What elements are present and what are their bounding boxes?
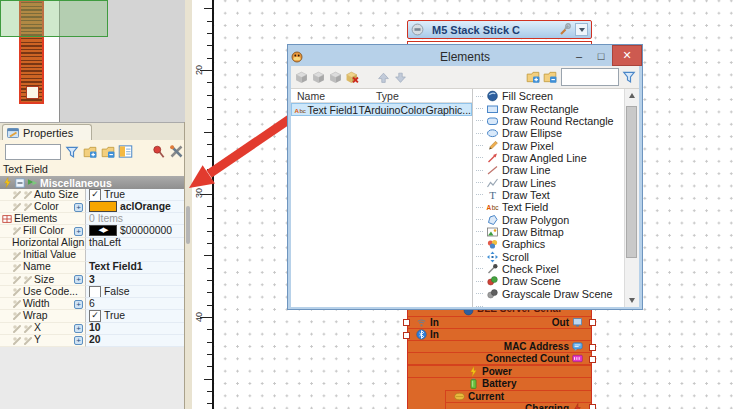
property-value-cell[interactable]: 3 bbox=[85, 274, 184, 286]
tools-icon[interactable] bbox=[169, 144, 184, 159]
palette-item-draw-pixel[interactable]: Draw Pixel bbox=[473, 139, 624, 151]
property-value-cell[interactable]: 20 bbox=[85, 335, 184, 347]
list-row-selected[interactable]: Text Field1 TArduinoColorGraphic... bbox=[291, 103, 472, 116]
palette-tree[interactable]: Fill ScreenDraw RectangleDraw Round Rect… bbox=[473, 89, 624, 307]
property-row[interactable]: Color+aclOrange bbox=[0, 201, 184, 213]
category-header-miscellaneous[interactable]: Miscellaneous bbox=[0, 176, 184, 189]
pin-icon[interactable] bbox=[151, 144, 166, 159]
edit-element-icon[interactable] bbox=[328, 70, 343, 85]
checkbox-icon[interactable] bbox=[89, 286, 101, 298]
row-current[interactable]: Current bbox=[446, 391, 591, 402]
row-in-bluetooth[interactable]: In bbox=[408, 329, 591, 340]
delete-element-icon[interactable] bbox=[345, 70, 360, 85]
palette-item-fill-screen[interactable]: Fill Screen bbox=[473, 90, 624, 102]
tab-properties[interactable]: Properties bbox=[2, 124, 92, 141]
output-pin[interactable] bbox=[589, 404, 596, 409]
palette-item-grayscale-draw-scene[interactable]: Grayscale Draw Scene bbox=[473, 288, 624, 300]
add-element-icon[interactable] bbox=[294, 70, 309, 85]
alpha-color-swatch[interactable]: ◀▶ bbox=[89, 225, 117, 236]
palette-item-draw-lines[interactable]: Draw Lines bbox=[473, 176, 624, 188]
properties-filter-input[interactable] bbox=[5, 144, 61, 160]
property-value-cell[interactable]: ✓True bbox=[85, 189, 184, 201]
property-row[interactable]: Fill Color+◀▶$00000000 bbox=[0, 225, 184, 237]
palette-item-draw-rectangle[interactable]: Draw Rectangle bbox=[473, 102, 624, 114]
board-preview-area[interactable] bbox=[0, 0, 186, 122]
elements-dialog[interactable]: Elements – □ ✕ Name Ty bbox=[287, 44, 643, 310]
property-row[interactable]: Y+20 bbox=[0, 335, 184, 347]
move-down-icon[interactable] bbox=[393, 70, 408, 85]
duplicate-element-icon[interactable] bbox=[311, 70, 326, 85]
palette-item-scroll[interactable]: Scroll bbox=[473, 250, 624, 262]
property-row[interactable]: NameText Field1 bbox=[0, 262, 184, 274]
expand-plus-icon[interactable]: + bbox=[74, 300, 83, 309]
component-dropdown-button[interactable] bbox=[575, 23, 588, 36]
palette-item-draw-angled-line[interactable]: Draw Angled Line bbox=[473, 152, 624, 164]
expand-plus-icon[interactable]: + bbox=[74, 336, 83, 345]
filter-funnel-icon[interactable] bbox=[64, 144, 79, 159]
property-row[interactable]: Size+3 bbox=[0, 274, 184, 286]
expand-plus-icon[interactable]: + bbox=[74, 203, 83, 212]
arrange-panel-icon[interactable] bbox=[118, 144, 133, 159]
expand-plus-icon[interactable]: + bbox=[74, 324, 83, 333]
color-swatch[interactable] bbox=[89, 201, 117, 212]
expand-all-icon[interactable] bbox=[82, 144, 97, 159]
property-row[interactable]: Use Code...False bbox=[0, 286, 184, 298]
palette-item-draw-polygon[interactable]: Draw Polygon bbox=[473, 213, 624, 225]
row-battery[interactable]: Battery bbox=[408, 378, 591, 390]
output-pin[interactable] bbox=[589, 356, 596, 363]
expand-plus-icon[interactable]: + bbox=[74, 227, 83, 236]
row-charging[interactable]: Charging bbox=[446, 403, 591, 409]
row-power[interactable]: Power bbox=[408, 366, 591, 378]
scroll-up-button[interactable] bbox=[625, 89, 639, 102]
expand-plus-icon[interactable]: + bbox=[74, 275, 83, 284]
checkbox-icon[interactable]: ✓ bbox=[89, 310, 101, 322]
scrollbar-thumb[interactable] bbox=[626, 106, 637, 258]
component-header-m5-stack-stick-c[interactable]: M5 Stack Stick C bbox=[407, 20, 592, 39]
property-value-cell[interactable]: thaLeft bbox=[85, 238, 184, 250]
maximize-button[interactable]: □ bbox=[590, 45, 612, 66]
property-value-cell[interactable]: 0 Items bbox=[85, 213, 184, 225]
property-row[interactable]: Auto Size✓True bbox=[0, 189, 184, 201]
property-value-cell[interactable]: ◀▶$00000000 bbox=[85, 225, 184, 237]
column-type[interactable]: Type bbox=[376, 90, 399, 102]
minimize-button[interactable]: – bbox=[568, 45, 590, 66]
property-row[interactable]: Elements0 Items bbox=[0, 213, 184, 225]
collapse-all-icon[interactable] bbox=[100, 144, 115, 159]
input-pin[interactable] bbox=[403, 332, 410, 339]
properties-scrollbar-thumb[interactable] bbox=[186, 206, 190, 244]
property-row[interactable]: Horizontal AlignthaLeft bbox=[0, 238, 184, 250]
expand-all-icon[interactable] bbox=[525, 70, 540, 85]
collapse-all-icon[interactable] bbox=[542, 70, 557, 85]
panel-splitter[interactable] bbox=[185, 0, 192, 409]
dialog-title-bar[interactable]: Elements – □ ✕ bbox=[291, 48, 639, 66]
property-row[interactable]: Width+6 bbox=[0, 298, 184, 310]
palette-item-text-field[interactable]: Text Field bbox=[473, 201, 624, 213]
palette-item[interactable] bbox=[473, 300, 624, 307]
checkbox-icon[interactable]: ✓ bbox=[89, 189, 101, 201]
property-value-cell[interactable]: False bbox=[85, 286, 184, 298]
elements-list[interactable]: Name Type Text Field1 TArduinoColorGraph… bbox=[291, 89, 473, 307]
property-value-cell[interactable]: 6 bbox=[85, 298, 184, 310]
filter-funnel-icon[interactable] bbox=[621, 70, 636, 85]
palette-item-draw-scene[interactable]: Draw Scene bbox=[473, 275, 624, 287]
palette-item-draw-line[interactable]: Draw Line bbox=[473, 164, 624, 176]
property-value-cell[interactable]: Text Field1 bbox=[85, 262, 184, 274]
property-value-cell[interactable]: aclOrange bbox=[85, 201, 184, 213]
row-connected-count[interactable]: Connected Count bbox=[408, 353, 591, 364]
palette-item-draw-bitmap[interactable]: Draw Bitmap bbox=[473, 226, 624, 238]
collapse-box-icon[interactable] bbox=[15, 178, 25, 188]
property-row[interactable]: Wrap✓True bbox=[0, 310, 184, 322]
move-up-icon[interactable] bbox=[376, 70, 391, 85]
row-mac-address[interactable]: MAC Address bbox=[408, 341, 591, 352]
property-value-cell[interactable]: ✓True bbox=[85, 310, 184, 322]
property-row[interactable]: X+10 bbox=[0, 323, 184, 335]
palette-item-draw-round-rectangle[interactable]: Draw Round Rectangle bbox=[473, 115, 624, 127]
palette-scrollbar[interactable] bbox=[624, 89, 639, 307]
output-pin[interactable] bbox=[589, 344, 596, 351]
input-pin[interactable] bbox=[403, 319, 410, 326]
property-row[interactable]: Initial Value bbox=[0, 250, 184, 262]
palette-search-input[interactable] bbox=[561, 68, 619, 86]
palette-item-check-pixel[interactable]: Check Pixel bbox=[473, 263, 624, 275]
palette-item-draw-text[interactable]: Draw Text bbox=[473, 189, 624, 201]
column-name[interactable]: Name bbox=[291, 90, 376, 102]
